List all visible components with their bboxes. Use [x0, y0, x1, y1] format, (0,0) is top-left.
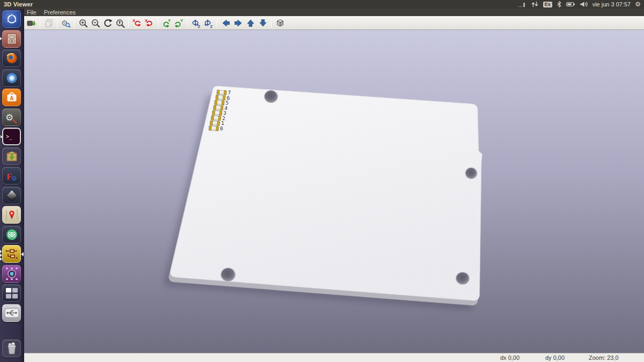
bluetooth-icon[interactable] [557, 1, 562, 8]
launcher: A ⚙ >_ F ⚙ [0, 9, 24, 362]
clock[interactable]: vie jun 3 07:57 [592, 1, 631, 8]
rotate-x-neg-button[interactable]: X [131, 17, 143, 29]
toolbar-separator [40, 18, 40, 28]
smd-component [214, 106, 223, 110]
volume-icon[interactable] [580, 1, 588, 8]
running-pip [0, 37, 2, 40]
inkscape-diamond-icon [3, 187, 20, 204]
rotate-x-cw-icon: X [144, 18, 155, 28]
smd-component [213, 110, 222, 115]
menu-preferences[interactable]: Preferences [44, 9, 76, 16]
toolbar-separator [217, 18, 217, 28]
launcher-item-usb-drive[interactable] [2, 304, 21, 322]
zoom-fit-button[interactable] [114, 17, 126, 29]
launcher-item-kicad[interactable] [2, 245, 21, 263]
launcher-item-terminal[interactable]: >_ [2, 128, 21, 145]
launcher-item-freecad[interactable]: F ⚙ [2, 167, 21, 184]
launcher-item-ubuntu-dash[interactable] [2, 10, 21, 28]
move-left-button[interactable] [219, 17, 232, 29]
launcher-item-chromium[interactable] [2, 69, 21, 87]
cube-icon [275, 18, 285, 28]
reload-board-button[interactable] [25, 17, 38, 29]
smd-component [216, 95, 225, 100]
running-pip [0, 250, 2, 253]
zoom-out-button[interactable] [89, 17, 101, 29]
axis-z-label: Z [198, 24, 201, 28]
statusbar: dx 0,00 dy 0,00 Zoom: 23,0 [24, 353, 644, 362]
3d-viewport[interactable]: 76543210 [24, 30, 644, 353]
launcher-item-system-settings[interactable]: ⚙ [2, 108, 21, 126]
arrow-up-icon [246, 18, 255, 28]
redraw-button[interactable] [101, 17, 114, 29]
file-cabinet-icon [3, 31, 20, 47]
rotate-z-pos-button[interactable]: Z [202, 17, 215, 29]
network-activity-icon[interactable] [531, 1, 539, 8]
launcher-item-science-app[interactable] [2, 226, 21, 243]
launcher-item-cheese[interactable] [2, 265, 21, 283]
status-dy: dy 0,00 [545, 354, 565, 361]
arrow-down-icon [258, 18, 268, 28]
render-options-button[interactable]: ⚙ [60, 17, 72, 29]
component-label: 0 [220, 125, 223, 131]
rotate-y-ccw-icon: Y [162, 18, 172, 28]
smd-component [211, 116, 221, 121]
session-menu-icon[interactable]: ⚙ [635, 0, 641, 9]
running-pip [0, 257, 2, 261]
atom-icon [3, 226, 20, 243]
copy-icon [44, 18, 54, 28]
menubar: File Preferences [24, 9, 644, 16]
smd-component [209, 126, 218, 131]
axis-y-label: Y [180, 18, 183, 23]
launcher-item-ubuntu-software[interactable]: A [2, 88, 21, 106]
launcher-item-maps[interactable] [2, 206, 21, 224]
launcher-item-archive-manager[interactable] [2, 147, 21, 165]
rotate-y-cw-icon: Y [174, 18, 184, 28]
kicad-schematic-icon [3, 246, 20, 262]
workspace-grid-icon [3, 285, 20, 301]
terminal-icon: >_ [4, 129, 20, 144]
rotate-z-cw-icon: Z [203, 18, 214, 28]
battery-icon[interactable] [566, 1, 575, 8]
ubuntu-logo-icon [3, 11, 20, 27]
launcher-item-inkscape[interactable] [2, 187, 21, 204]
orthographic-projection-button[interactable] [274, 17, 286, 29]
launcher-item-firefox[interactable] [2, 49, 21, 67]
toolbar-separator [187, 18, 188, 28]
smd-component [217, 90, 226, 95]
smd-component [215, 100, 224, 105]
rotate-y-neg-button[interactable]: Y [160, 17, 173, 29]
zoom-out-icon [91, 18, 100, 28]
rotate-x-ccw-icon: X [132, 18, 142, 28]
axis-y-label: Y [168, 18, 171, 23]
toolbar-separator [128, 18, 129, 28]
rotate-z-neg-button[interactable]: Z [190, 17, 202, 29]
pcb-3d-scene: 76543210 [24, 30, 644, 353]
svg-text:>_: >_ [6, 134, 13, 140]
launcher-item-files[interactable] [2, 30, 21, 48]
copy-image-button[interactable] [42, 17, 55, 29]
axis-z-label: Z [210, 24, 213, 28]
focused-arrow [21, 252, 24, 256]
package-box-icon [3, 148, 20, 165]
move-up-button[interactable] [244, 17, 257, 29]
move-down-button[interactable] [257, 17, 269, 29]
zoom-in-button[interactable] [77, 17, 89, 29]
network-signal-icon[interactable] [518, 1, 526, 8]
rotate-y-pos-button[interactable]: Y [173, 17, 185, 29]
launcher-item-workspace-switcher[interactable] [2, 284, 21, 302]
rotate-x-pos-button[interactable]: X [143, 17, 156, 29]
move-right-button[interactable] [232, 17, 244, 29]
keyboard-layout-indicator[interactable]: Es [543, 2, 552, 8]
running-pip [1, 135, 3, 138]
rotate-z-ccw-icon: Z [191, 18, 201, 28]
menu-file[interactable]: File [27, 9, 36, 16]
arrow-left-icon [221, 18, 231, 28]
pcb-board[interactable]: 76543210 [170, 86, 482, 300]
chip-reload-icon [26, 18, 36, 28]
svg-text:⚙: ⚙ [11, 175, 17, 182]
axis-x-label: X [133, 18, 135, 23]
trash-icon [3, 340, 20, 357]
camera-lens-icon [3, 265, 20, 282]
launcher-item-trash[interactable] [2, 339, 21, 357]
status-zoom: Zoom: 23,0 [589, 354, 619, 361]
